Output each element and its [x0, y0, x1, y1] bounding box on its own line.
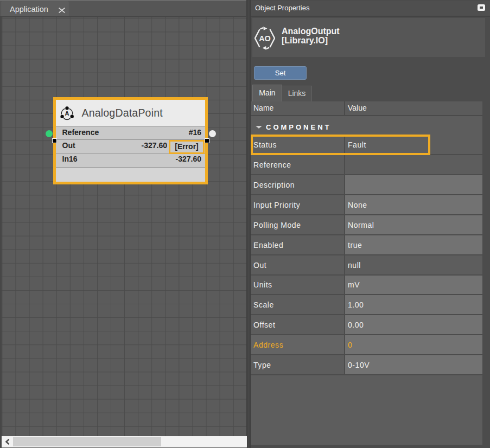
- svg-text:AO: AO: [259, 34, 271, 43]
- svg-text:A: A: [65, 110, 69, 117]
